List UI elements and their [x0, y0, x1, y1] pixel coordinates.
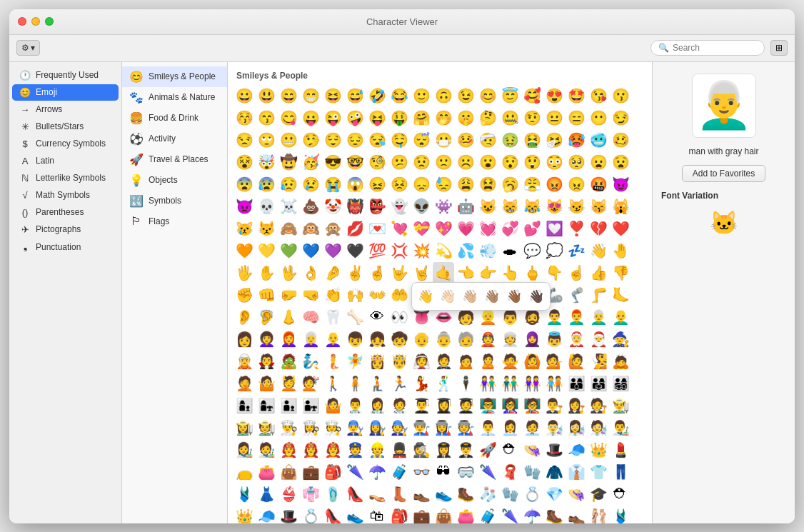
emoji-cell[interactable]: ⛑ — [610, 483, 631, 505]
emoji-cell[interactable]: 👺 — [366, 196, 388, 217]
emoji-cell[interactable]: 🥺 — [566, 151, 587, 173]
emoji-cell[interactable]: 😪 — [366, 129, 388, 151]
emoji-cell[interactable]: 👨‍✈️ — [455, 439, 476, 461]
close-button[interactable] — [18, 17, 26, 26]
emoji-cell[interactable]: 💄 — [610, 439, 631, 461]
emoji-cell[interactable]: 🖐 — [233, 262, 255, 283]
emoji-cell[interactable]: 😹 — [521, 196, 543, 217]
emoji-cell[interactable]: 💋 — [344, 218, 366, 239]
emoji-cell[interactable]: 💥 — [411, 240, 432, 261]
emoji-cell[interactable]: 😔 — [344, 129, 366, 151]
emoji-cell[interactable]: 😀 — [233, 85, 255, 106]
emoji-cell[interactable]: 💆 — [278, 373, 299, 394]
emoji-cell[interactable]: 👁 — [366, 306, 388, 328]
emoji-cell[interactable]: 😱 — [344, 174, 366, 195]
emoji-cell[interactable]: 🤔 — [477, 107, 498, 129]
emoji-cell[interactable]: 👟 — [433, 483, 454, 505]
emoji-cell[interactable]: 💗 — [455, 218, 476, 239]
emoji-cell[interactable]: 👸 — [366, 351, 388, 372]
emoji-cell[interactable]: 🤵 — [433, 351, 454, 372]
emoji-cell[interactable]: 👩‍🏫 — [499, 395, 521, 416]
emoji-cell[interactable]: 👟 — [344, 506, 366, 523]
emoji-cell[interactable]: 👗 — [256, 483, 277, 505]
emoji-cell[interactable]: 🙋 — [566, 351, 587, 372]
emoji-cell[interactable]: 👨‍🌾 — [610, 395, 631, 416]
emoji-cell[interactable]: 😻 — [543, 196, 565, 217]
emoji-cell[interactable]: 👽 — [411, 196, 432, 217]
emoji-cell[interactable]: 🖤 — [344, 240, 366, 261]
emoji-cell[interactable]: ☂️ — [521, 506, 543, 523]
emoji-cell[interactable]: 🤌 — [322, 262, 343, 283]
emoji-cell[interactable]: 🏃 — [388, 373, 410, 394]
gear-button[interactable]: ⚙ ▾ — [16, 40, 40, 56]
emoji-cell[interactable]: 👼 — [543, 328, 565, 350]
emoji-cell[interactable]: 👨‍👩‍👧‍👦 — [610, 373, 631, 394]
emoji-cell[interactable]: 🛍 — [366, 506, 388, 523]
emoji-cell[interactable]: 🖕 — [521, 262, 543, 283]
emoji-cell[interactable]: 🧑‍🔧 — [388, 417, 410, 438]
skin-tone-option[interactable]: 👋🏾 — [504, 286, 524, 306]
emoji-cell[interactable]: 💢 — [388, 240, 410, 261]
sidebar-item-parentheses[interactable]: ()Parentheses — [12, 204, 119, 221]
emoji-cell[interactable]: 😒 — [233, 129, 255, 151]
sidebar-item-math[interactable]: √Math Symbols — [12, 187, 119, 204]
mid-item-objects[interactable]: 💡Objects — [122, 170, 227, 191]
emoji-cell[interactable]: 👋 — [588, 240, 609, 261]
emoji-cell[interactable]: 🩱 — [233, 483, 255, 505]
emoji-cell[interactable]: 🧢 — [566, 439, 587, 461]
emoji-cell[interactable]: 👮 — [344, 439, 366, 461]
skin-tone-option[interactable]: 👋🏿 — [526, 286, 546, 306]
emoji-cell[interactable]: 👒 — [566, 483, 587, 505]
emoji-cell[interactable]: 👐 — [366, 284, 388, 306]
emoji-cell[interactable]: 🤚 — [610, 240, 631, 261]
emoji-cell[interactable]: ☹️ — [455, 151, 476, 173]
emoji-cell[interactable]: 🥳 — [300, 151, 321, 173]
emoji-cell[interactable]: 👨‍🍳 — [278, 417, 299, 438]
emoji-cell[interactable]: 👠 — [322, 506, 343, 523]
emoji-cell[interactable]: 😠 — [566, 174, 587, 195]
mid-item-symbols[interactable]: 🔣Symbols — [122, 191, 227, 211]
emoji-cell[interactable]: 😰 — [256, 174, 277, 195]
emoji-cell[interactable]: 🤷 — [322, 395, 343, 416]
emoji-cell[interactable]: 👘 — [300, 483, 321, 505]
emoji-cell[interactable]: 🕴 — [455, 373, 476, 394]
emoji-cell[interactable]: 🤥 — [300, 129, 321, 151]
emoji-cell[interactable]: 😾 — [256, 218, 277, 239]
mid-item-smileys[interactable]: 😊Smileys & People — [122, 66, 227, 87]
emoji-cell[interactable]: 🤭 — [433, 107, 454, 129]
emoji-cell[interactable]: 👳 — [499, 328, 521, 350]
emoji-cell[interactable]: 🤶 — [566, 328, 587, 350]
emoji-cell[interactable]: 👩‍🦰 — [278, 328, 299, 350]
emoji-cell[interactable]: 😷 — [433, 129, 454, 151]
emoji-cell[interactable]: 😂 — [388, 85, 410, 106]
emoji-cell[interactable]: 🎩 — [278, 506, 299, 523]
emoji-cell[interactable]: 👂 — [233, 306, 255, 328]
emoji-cell[interactable]: 👩‍🏭 — [433, 417, 454, 438]
emoji-cell[interactable]: 🧢 — [256, 506, 277, 523]
emoji-cell[interactable]: 👨‍🦳 — [588, 306, 609, 328]
sidebar-item-currency[interactable]: $Currency Symbols — [12, 136, 119, 152]
emoji-cell[interactable]: 🧤 — [521, 461, 543, 483]
emoji-cell[interactable]: 🥴 — [610, 129, 631, 151]
emoji-cell[interactable]: 💃 — [411, 373, 432, 394]
emoji-cell[interactable]: 💛 — [256, 240, 277, 261]
emoji-cell[interactable]: 👈 — [455, 262, 476, 283]
emoji-cell[interactable]: 🤜 — [300, 284, 321, 306]
emoji-cell[interactable]: 😿 — [233, 218, 255, 239]
emoji-cell[interactable]: 🦿 — [566, 284, 587, 306]
emoji-cell[interactable]: 😝 — [366, 107, 388, 129]
emoji-cell[interactable]: 🤮 — [521, 129, 543, 151]
mid-item-flags[interactable]: 🏳Flags — [122, 211, 227, 231]
emoji-cell[interactable]: 👓 — [411, 461, 432, 483]
search-input[interactable] — [673, 43, 757, 53]
emoji-cell[interactable]: 🥶 — [588, 129, 609, 151]
emoji-cell[interactable]: 🙊 — [322, 218, 343, 239]
emoji-cell[interactable]: 💍 — [300, 506, 321, 523]
emoji-cell[interactable]: 🤯 — [256, 151, 277, 173]
emoji-cell[interactable]: 🤓 — [344, 151, 366, 173]
emoji-cell[interactable]: 🧓 — [455, 328, 476, 350]
emoji-cell[interactable]: 🧒 — [388, 328, 410, 350]
emoji-cell[interactable]: 👖 — [610, 461, 631, 483]
emoji-cell[interactable]: 🤢 — [499, 129, 521, 151]
emoji-cell[interactable]: 😽 — [588, 196, 609, 217]
